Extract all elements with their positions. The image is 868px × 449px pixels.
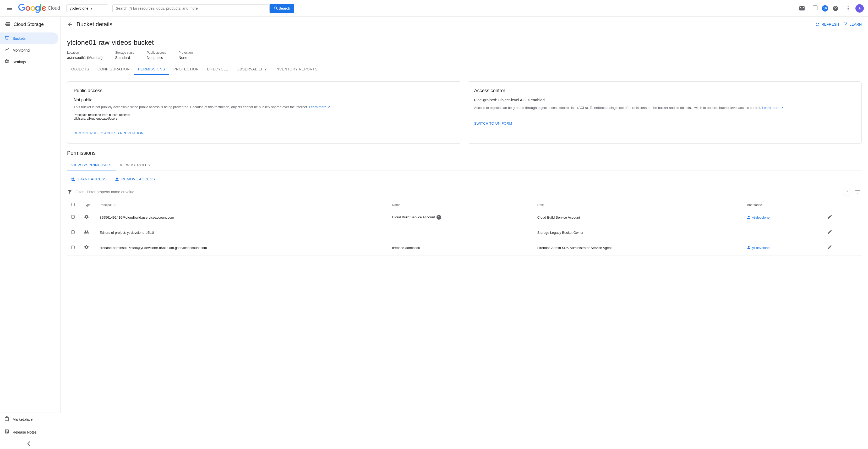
filter-input[interactable]: [87, 190, 840, 194]
sidebar-header: Cloud Storage: [0, 17, 61, 30]
table-row: Editors of project: yt-devclone-d5b1f St…: [67, 225, 862, 240]
access-control-text: Access to objects can be granted through…: [474, 105, 856, 111]
edit-button[interactable]: [826, 244, 833, 252]
name-cell: Cloud Build Service Account?: [388, 210, 533, 225]
inheritance-cell: yt-devclone: [742, 240, 822, 255]
principal-column-header[interactable]: Principal: [95, 200, 388, 210]
sort-icon: [113, 203, 117, 207]
access-learn-more-link[interactable]: Learn more ↗: [762, 106, 783, 110]
google-cloud-logo: Cloud: [18, 4, 60, 13]
bucket-icon: [4, 35, 9, 42]
avatar[interactable]: A: [856, 4, 864, 12]
sidebar-header-title: Cloud Storage: [13, 22, 44, 27]
project-selector[interactable]: yt-devclone ▾: [66, 4, 108, 12]
release-notes-icon: [4, 429, 9, 436]
edit-button[interactable]: [826, 228, 833, 237]
row-checkbox[interactable]: [71, 215, 75, 219]
inheritance-cell: [742, 225, 822, 240]
more-options-icon[interactable]: [843, 3, 853, 13]
principal-cell: Editors of project: yt-devclone-d5b1f: [95, 225, 388, 240]
filter-help-icon[interactable]: ?: [843, 188, 851, 196]
sidebar-item-release-notes[interactable]: Release Notes: [0, 426, 61, 439]
tab-observability[interactable]: OBSERVABILITY: [232, 64, 271, 75]
role-cell: Storage Legacy Bucket Owner: [533, 225, 742, 240]
actions-column-header: [822, 200, 862, 210]
select-all-checkbox[interactable]: [71, 203, 75, 206]
content-area: Public access Not public This bucket is …: [61, 75, 868, 262]
learn-more-link[interactable]: Learn more ↗: [309, 105, 330, 109]
learn-button[interactable]: LEARN: [843, 22, 862, 27]
page-actions: REFRESH LEARN: [815, 22, 862, 27]
notifications-icon[interactable]: [797, 3, 807, 13]
public-access-text: This bucket is not publicly accessible s…: [73, 104, 455, 110]
edit-cell: [822, 210, 862, 225]
sidebar-item-marketplace[interactable]: Marketplace: [0, 413, 61, 426]
sidebar: Cloud Storage Buckets Monitoring Setting…: [0, 17, 61, 449]
learn-label: LEARN: [849, 22, 862, 27]
role-cell: Cloud Build Service Account: [533, 210, 742, 225]
refresh-button[interactable]: REFRESH: [815, 22, 839, 27]
filter-icon: [67, 189, 72, 195]
view-by-principals-tab[interactable]: VIEW BY PRINCIPALS: [67, 160, 116, 170]
name-cell: firebase-adminsdk: [388, 240, 533, 255]
chevron-down-icon: ▾: [91, 6, 92, 10]
search-bar-container: [113, 4, 270, 12]
access-control-card: Access control Fine-grained: Object-leve…: [468, 82, 862, 144]
search-input[interactable]: [116, 6, 266, 10]
edit-cell: [822, 240, 862, 255]
remove-access-button[interactable]: REMOVE ACCESS: [112, 174, 158, 184]
search-button[interactable]: Search: [270, 4, 294, 13]
sidebar-item-buckets[interactable]: Buckets: [0, 32, 58, 44]
permissions-table: Type Principal Name: [67, 200, 862, 256]
back-button[interactable]: [67, 21, 73, 28]
sidebar-item-settings[interactable]: Settings: [0, 56, 58, 68]
edit-cell: [822, 225, 862, 240]
table-row: firebase-adminsdk-6nf8o@yt-devclone-d5b1…: [67, 240, 862, 255]
bucket-name: ytclone01-raw-videos-bucket: [67, 38, 862, 46]
tab-inventory-reports[interactable]: INVENTORY REPORTS: [271, 64, 322, 75]
filter-view-icon[interactable]: [853, 188, 862, 196]
storage-class-meta: Storage class Standard: [115, 51, 134, 60]
monitoring-label: Monitoring: [12, 48, 30, 52]
remove-public-access-button[interactable]: REMOVE PUBLIC ACCESS PREVENTION: [73, 129, 144, 137]
sidebar-item-monitoring[interactable]: Monitoring: [0, 44, 58, 56]
project-name: yt-devclone: [70, 6, 89, 10]
permissions-section: Permissions VIEW BY PRINCIPALS VIEW BY R…: [67, 150, 862, 256]
row-checkbox-cell: [67, 225, 80, 240]
edit-button[interactable]: [826, 213, 833, 222]
cards-row: Public access Not public This bucket is …: [67, 82, 862, 144]
top-navigation: Cloud yt-devclone ▾ Search 16 A: [0, 0, 868, 17]
row-checkbox-cell: [67, 210, 80, 225]
dashboard-icon[interactable]: [809, 3, 820, 13]
row-checkbox-cell: [67, 240, 80, 255]
page-header: Bucket details REFRESH LEARN: [61, 17, 868, 32]
menu-icon[interactable]: [4, 3, 15, 13]
role-cell: Firebase Admin SDK Administrator Service…: [533, 240, 742, 255]
tab-lifecycle[interactable]: LIFECYCLE: [203, 64, 232, 75]
collapse-sidebar-button[interactable]: [0, 439, 61, 449]
row-checkbox[interactable]: [71, 230, 75, 234]
grant-access-button[interactable]: GRANT ACCESS: [67, 174, 110, 184]
view-by-roles-tab[interactable]: VIEW BY ROLES: [116, 160, 154, 170]
release-notes-label: Release Notes: [12, 430, 37, 434]
info-icon[interactable]: ?: [436, 215, 441, 220]
filter-right-icons: ?: [843, 188, 862, 196]
bucket-metadata: Location asia-south1 (Mumbai) Storage cl…: [67, 51, 862, 60]
tab-protection[interactable]: PROTECTION: [169, 64, 203, 75]
name-column-header: Name: [388, 200, 533, 210]
public-access-card-title: Public access: [73, 88, 455, 93]
support-badge[interactable]: 16: [822, 5, 828, 11]
page-title: Bucket details: [76, 21, 113, 28]
tab-permissions[interactable]: PERMISSIONS: [134, 64, 169, 75]
type-cell: [80, 240, 95, 255]
tab-objects[interactable]: OBJECTS: [67, 64, 93, 75]
tab-configuration[interactable]: CONFIGURATION: [93, 64, 134, 75]
switch-to-uniform-button[interactable]: SWITCH TO UNIFORM: [474, 119, 512, 128]
inheritance-link[interactable]: yt-devclone: [746, 245, 818, 250]
help-icon[interactable]: [830, 3, 841, 13]
marketplace-icon: [4, 416, 9, 422]
view-tabs: VIEW BY PRINCIPALS VIEW BY ROLES: [67, 160, 862, 170]
inheritance-link[interactable]: yt-devclone: [746, 215, 818, 220]
row-checkbox[interactable]: [71, 246, 75, 249]
filter-row: Filter ?: [67, 188, 862, 196]
